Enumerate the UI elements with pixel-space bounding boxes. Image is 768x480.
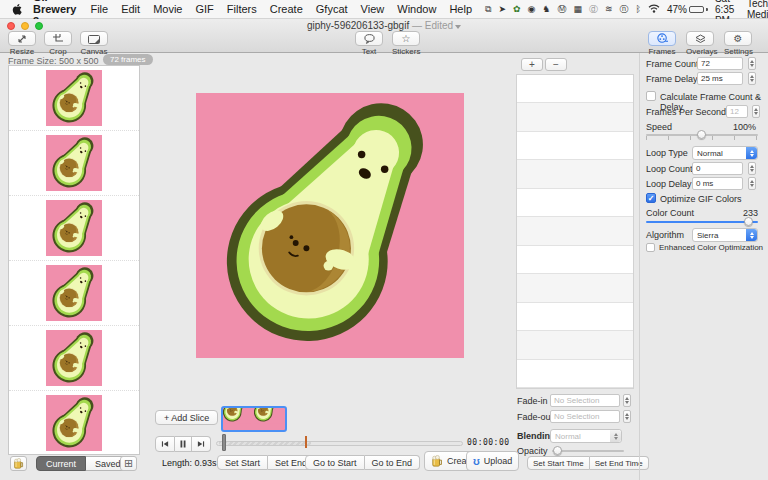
remove-overlay-button[interactable]: −: [545, 58, 567, 71]
camera-status-icon[interactable]: ◉: [528, 5, 536, 14]
add-overlay-button[interactable]: +: [521, 58, 543, 71]
fade-out-stepper[interactable]: [623, 410, 631, 423]
frame-thumbnail-row[interactable]: [9, 131, 139, 196]
overlay-list-row[interactable]: [517, 274, 633, 302]
fade-in-field[interactable]: No Selection: [550, 394, 620, 407]
frames-button[interactable]: Frames: [648, 31, 676, 56]
frame-count-field[interactable]: 72: [697, 57, 743, 70]
menu-create[interactable]: Create: [270, 3, 303, 15]
set-start-button[interactable]: Set Start: [217, 455, 268, 470]
wifi-icon[interactable]: [648, 4, 660, 15]
pause-button[interactable]: [175, 436, 192, 452]
go-to-end-button[interactable]: Go to End: [365, 455, 421, 470]
enhanced-optimization-checkbox[interactable]: [646, 243, 655, 252]
color-count-slider-thumb[interactable]: [744, 217, 753, 226]
fps-stepper[interactable]: [752, 105, 760, 118]
speed-slider-thumb[interactable]: [697, 130, 706, 139]
overlay-list-row[interactable]: [517, 132, 633, 160]
overlay-list-row[interactable]: [517, 75, 633, 103]
loop-count-label: Loop Count: [646, 164, 693, 174]
battery-indicator[interactable]: 47%: [667, 4, 708, 15]
menu-gif[interactable]: GIF: [195, 3, 213, 15]
playhead-handle[interactable]: [222, 434, 226, 451]
paperplane-status-icon[interactable]: ➤: [498, 5, 506, 14]
loop-count-field[interactable]: 0: [692, 162, 743, 175]
brewery-preview-button[interactable]: [10, 456, 27, 471]
add-slice-button[interactable]: + Add Slice: [155, 410, 218, 425]
current-tab[interactable]: Current: [36, 456, 86, 471]
edited-label[interactable]: — Edited: [412, 20, 453, 31]
timeline-track[interactable]: [216, 441, 463, 446]
stickers-button[interactable]: ☆ Stickers: [392, 31, 420, 56]
overlay-list-row[interactable]: [517, 160, 633, 188]
color-count-slider[interactable]: [646, 221, 758, 223]
frame-count-badge: 72 frames: [103, 54, 153, 65]
fade-out-field[interactable]: No Selection: [550, 410, 620, 423]
overlay-list-row[interactable]: [517, 331, 633, 359]
overlay-list-row[interactable]: [517, 217, 633, 245]
go-to-start-button[interactable]: Go to Start: [305, 455, 365, 470]
menu-help[interactable]: Help: [449, 3, 472, 15]
resize-button[interactable]: Resize: [8, 31, 36, 56]
loop-delay-field[interactable]: 0 ms: [692, 177, 743, 190]
calc-frame-checkbox[interactable]: [646, 91, 656, 101]
m-circle-status-icon[interactable]: Ⓜ: [557, 5, 566, 14]
overlay-list-row[interactable]: [517, 246, 633, 274]
settings-button[interactable]: ⚙ Settings: [724, 31, 752, 56]
menu-window[interactable]: Window: [397, 3, 436, 15]
frame-thumbnail-row[interactable]: [9, 391, 139, 455]
plant-status-icon[interactable]: ✿: [513, 5, 521, 14]
overlay-list-row[interactable]: [517, 103, 633, 131]
d-circle-status-icon[interactable]: ⓓ: [589, 5, 598, 14]
upload-button[interactable]: ʊ Upload: [466, 451, 519, 471]
speed-slider[interactable]: [646, 134, 758, 136]
overlay-list[interactable]: [516, 74, 634, 389]
frame-thumbnail-row[interactable]: [9, 196, 139, 261]
bluetooth-icon[interactable]: ᛒ: [636, 5, 641, 14]
opacity-slider-thumb[interactable]: [553, 446, 562, 455]
optimize-colors-checkbox[interactable]: ✓: [646, 193, 656, 203]
frame-thumbnail-row[interactable]: [9, 326, 139, 391]
frame-delay-field[interactable]: 25 ms: [697, 72, 743, 85]
menu-movie[interactable]: Movie: [153, 3, 182, 15]
clipboard-status-icon[interactable]: ⧉: [485, 5, 491, 14]
skip-back-button[interactable]: [155, 436, 175, 452]
menu-view[interactable]: View: [361, 3, 385, 15]
overlay-list-row[interactable]: [517, 360, 633, 388]
crop-button[interactable]: Crop: [44, 31, 72, 56]
loop-type-dropdown[interactable]: Normal: [692, 146, 758, 160]
waves-status-icon[interactable]: ≋: [605, 5, 613, 14]
loop-count-stepper[interactable]: [748, 162, 756, 175]
menu-filters[interactable]: Filters: [227, 3, 257, 15]
frame-delay-stepper[interactable]: [748, 72, 756, 85]
slice-preview[interactable]: [221, 406, 287, 432]
canvas-button[interactable]: Canvas: [80, 31, 108, 56]
overlays-button[interactable]: Overlays: [686, 31, 714, 56]
slice-end-marker[interactable]: [305, 436, 307, 448]
overlay-list-row[interactable]: [517, 303, 633, 331]
fade-in-stepper[interactable]: [623, 394, 631, 407]
skip-forward-button[interactable]: [192, 436, 211, 452]
menu-edit[interactable]: Edit: [121, 3, 140, 15]
menu-user[interactable]: TechWiser Media: [747, 0, 768, 20]
frame-thumbnail-row[interactable]: [9, 261, 139, 326]
knight-status-icon[interactable]: ♞: [542, 5, 550, 14]
fps-field[interactable]: 12: [726, 105, 748, 118]
frame-thumbnail-row[interactable]: [9, 66, 139, 131]
apple-menu-icon[interactable]: [12, 3, 23, 16]
frame-count-stepper[interactable]: [748, 57, 756, 70]
chevron-down-icon[interactable]: [455, 25, 461, 29]
menu-file[interactable]: File: [90, 3, 108, 15]
gif-preview-canvas[interactable]: [196, 93, 464, 358]
blending-dropdown[interactable]: Normal: [550, 429, 622, 443]
loop-delay-stepper[interactable]: [748, 177, 756, 190]
algorithm-dropdown[interactable]: Sierra: [692, 228, 758, 242]
overlay-list-row[interactable]: [517, 189, 633, 217]
n-circle-status-icon[interactable]: ⓝ: [620, 5, 629, 14]
opacity-slider[interactable]: [552, 450, 624, 452]
set-start-time-button[interactable]: Set Start Time: [527, 456, 590, 470]
grid-status-icon[interactable]: ▦: [573, 5, 582, 14]
text-button[interactable]: Text: [355, 31, 383, 56]
menu-gfycat[interactable]: Gfycat: [316, 3, 348, 15]
grid-view-button[interactable]: ⊞: [120, 456, 137, 471]
